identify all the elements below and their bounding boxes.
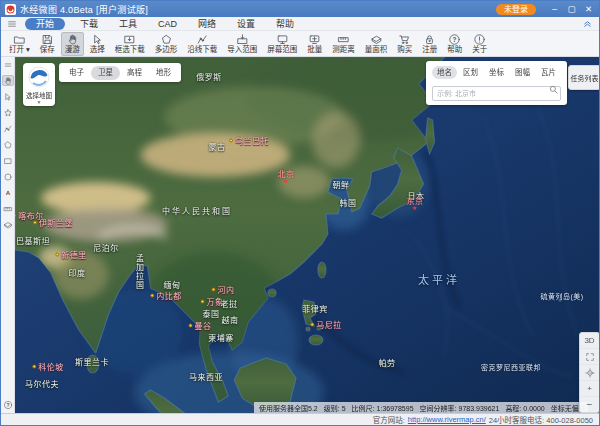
search-tabs: 地名区划坐标图幅瓦片 [432, 64, 561, 80]
menu-item[interactable]: 工具 [113, 18, 143, 30]
toolbar-area-button[interactable]: 量面积 [361, 32, 392, 56]
toolbar-rect-dl-button[interactable]: 框选下载 [111, 32, 149, 56]
satellite-imagery [15, 57, 599, 413]
map-provider-button[interactable]: 选择地图 ▼ [23, 63, 55, 106]
menu-item[interactable]: 设置 [231, 18, 261, 30]
minimize-button[interactable]: – [546, 1, 563, 17]
toolbar-cart-button[interactable]: 购买 [393, 32, 416, 56]
layer-tabs: 电子卫星高程地形 [59, 63, 181, 82]
menu-item[interactable]: 下载 [74, 18, 104, 30]
map-3d-button[interactable]: 3D [580, 333, 599, 349]
toolbar-ruler-button[interactable]: 测距离 [328, 32, 359, 56]
lefttool-polygon-button[interactable] [2, 139, 14, 150]
menu-icon[interactable] [7, 19, 17, 29]
close-button[interactable]: ✕ [580, 1, 597, 17]
login-badge[interactable]: 未登录 [496, 4, 536, 15]
toolbar-folder-button[interactable]: 打开 ▾ [5, 32, 34, 56]
status-item: 比例尺:1:36978595 [352, 403, 414, 413]
status-item: 级别:5 [324, 403, 346, 413]
lefttool-polyline-button[interactable] [2, 123, 14, 134]
toolbar-import-button[interactable]: 导入范围 [223, 32, 261, 56]
map-canvas[interactable]: 俄罗斯蒙古乌兰巴托北京★朝鲜韩国日本东京★中华人民共和国喀布尔伊斯兰堡巴基斯坦尼… [15, 57, 599, 413]
svg-text:A: A [5, 189, 10, 196]
toolbar-hand-button[interactable]: 漫游 [61, 32, 84, 56]
search-tab[interactable]: 坐标 [484, 66, 509, 79]
toolbar-about-button[interactable]: 关于 [468, 32, 491, 56]
status-item: 高程:0.0000 [505, 403, 544, 413]
toolbar-polygon-button[interactable]: 多边形 [151, 32, 182, 56]
menu-item[interactable]: 网络 [192, 18, 222, 30]
status-server: 使用服务器全国5.2 [259, 403, 318, 413]
map-zoom-controls: 3D+− [579, 332, 599, 413]
lefttool-rect-button[interactable] [2, 155, 14, 166]
menu-item[interactable]: CAD [152, 18, 183, 30]
website-link[interactable]: http://www.rivermap.cn/ [408, 415, 486, 424]
toolbar-lock-button[interactable]: 注册 [418, 32, 441, 56]
menu-item[interactable]: 开始 [25, 18, 65, 30]
layer-tab[interactable]: 卫星 [91, 66, 120, 80]
search-tab[interactable]: 图幅 [510, 66, 535, 79]
toolbar: 打开 ▾保存漫游选择框选下载多边形沿线下载导入范围屏幕范围批量测距离量面积购买注… [1, 31, 599, 57]
map-zoom-out-button[interactable]: − [580, 397, 599, 412]
lefttool-circle-button[interactable] [2, 171, 14, 182]
toolbar-polyline-button[interactable]: 沿线下载 [183, 32, 221, 56]
chevron-down-icon: ▼ [37, 100, 42, 105]
lefttool-grip-button[interactable] [2, 59, 14, 70]
titlebar: 水经微图 4.0Beta [用户测试版] 未登录 – ▢ ✕ [1, 1, 599, 17]
lefttool-ruler-button[interactable] [2, 203, 14, 214]
task-list-button[interactable]: 任务列表 [568, 65, 599, 90]
lefttool-cursor-button[interactable] [2, 91, 14, 102]
svg-text:?: ? [6, 401, 9, 407]
map-zoom-in-button[interactable]: + [580, 381, 599, 397]
lefttool-hand-button[interactable] [2, 75, 14, 86]
search-tab[interactable]: 瓦片 [536, 66, 561, 79]
website-label: 官方网站: [373, 414, 405, 425]
globe-icon [28, 66, 50, 88]
hotline-text: 24小时客服电话: 400-028-0050 [489, 414, 593, 425]
lefttool-help-button[interactable]: ? [2, 399, 14, 410]
toolbar-save-button[interactable]: 保存 [36, 32, 59, 56]
search-tab[interactable]: 地名 [432, 66, 457, 79]
lefttool-lasso-button[interactable] [2, 107, 14, 118]
search-icon[interactable] [549, 85, 558, 94]
map-extent-button[interactable] [580, 349, 599, 365]
search-panel: 地名区划坐标图幅瓦片 [426, 61, 567, 105]
toolbar-screen-button[interactable]: 屏幕范围 [263, 32, 301, 56]
menu-item[interactable]: 帮助 [270, 18, 300, 30]
statusbar: 官方网站: http://www.rivermap.cn/ 24小时客服电话: … [1, 413, 599, 425]
lefttool-area-button[interactable] [2, 219, 14, 230]
layer-tab[interactable]: 高程 [120, 66, 149, 80]
layer-tab[interactable]: 地形 [149, 66, 178, 80]
maximize-button[interactable]: ▢ [563, 1, 580, 17]
map-locate-button[interactable] [580, 365, 599, 381]
svg-text:?: ? [453, 36, 457, 43]
toolbar-help-button[interactable]: ?帮助 [443, 32, 466, 56]
search-tab[interactable]: 区划 [458, 66, 483, 79]
menu-items: 开始下载工具CAD网络设置帮助 [25, 18, 300, 30]
toolbar-cursor-button[interactable]: 选择 [86, 32, 109, 56]
lefttool-text-button[interactable]: A [2, 187, 14, 198]
status-item: 空间分辨率:9783.939621 [420, 403, 500, 413]
left-toolbar: A? [1, 57, 15, 413]
search-input[interactable] [432, 86, 561, 101]
map-status-bar: 使用服务器全国5.2级别:5比例尺:1:36978595空间分辨率:9783.9… [254, 402, 588, 413]
menubar: 开始下载工具CAD网络设置帮助 [1, 17, 599, 31]
app-window: 水经微图 4.0Beta [用户测试版] 未登录 – ▢ ✕ 开始下载工具CAD… [0, 0, 600, 426]
collapse-ribbon-icon[interactable] [582, 18, 593, 29]
window-title: 水经微图 4.0Beta [用户测试版] [20, 3, 148, 16]
toolbar-batch-button[interactable]: 批量 [303, 32, 326, 56]
layer-tab[interactable]: 电子 [62, 66, 91, 80]
app-logo-icon [5, 4, 16, 15]
